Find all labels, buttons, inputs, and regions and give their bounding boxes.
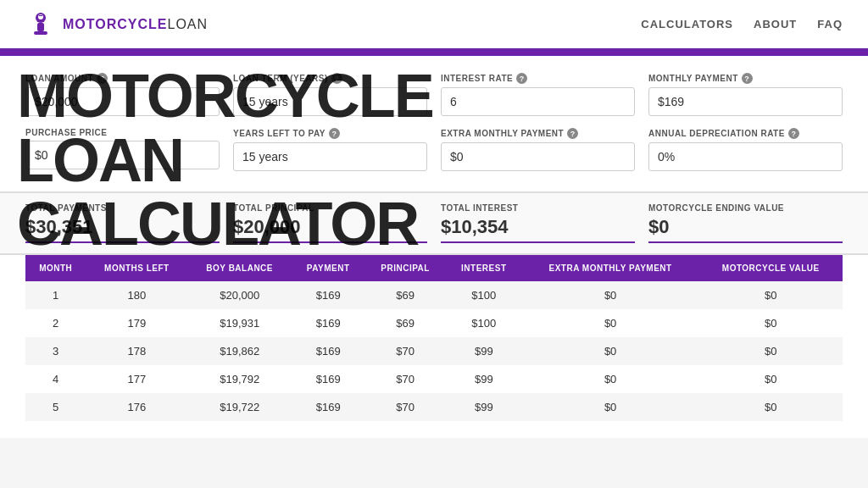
ending-value-result: MOTORCYCLE ENDING VALUE $0 [648, 203, 843, 243]
ending-value-value: $0 [648, 216, 843, 243]
annual-depreciation-group: ANNUAL DEPRECIATION RATE ? [648, 128, 843, 171]
loan-amount-label: LOAN AMOUNT ? [25, 73, 220, 84]
total-payments-label: TOTAL PAYMENTS [25, 203, 220, 213]
table-cell: $169 [292, 309, 364, 337]
total-principal-result: TOTAL PRINCIPAL $20,000 [233, 203, 427, 243]
header: MOTORCYCLELOAN CALCULATORS ABOUT FAQ [0, 0, 868, 51]
table-cell: 176 [86, 393, 187, 421]
table-cell: $69 [364, 309, 445, 337]
table-cell: $70 [364, 337, 445, 365]
table-cell: $19,792 [187, 365, 292, 393]
total-interest-label: TOTAL INTEREST [441, 203, 635, 213]
nav-calculators[interactable]: CALCULATORS [641, 18, 733, 30]
table-row: 2179$19,931$169$69$100$0$0 [25, 309, 843, 337]
loan-amount-help-icon[interactable]: ? [97, 73, 108, 84]
table-cell: $0 [698, 393, 843, 421]
amortization-table: MONTH MONTHS LEFT BOY BALANCE PAYMENT PR… [25, 255, 843, 421]
main-nav: CALCULATORS ABOUT FAQ [641, 18, 843, 30]
inputs-row-2: PURCHASE PRICE YEARS LEFT TO PAY ? EXTRA… [25, 128, 843, 171]
loan-amount-input[interactable] [25, 87, 220, 116]
table-cell: $0 [698, 309, 843, 337]
table-cell: $70 [364, 393, 445, 421]
interest-rate-help-icon[interactable]: ? [516, 73, 527, 84]
table-cell: 177 [86, 365, 187, 393]
table-cell: 1 [25, 281, 86, 309]
table-cell: $19,931 [187, 309, 292, 337]
years-left-label: YEARS LEFT TO PAY ? [233, 128, 427, 139]
loan-amount-group: LOAN AMOUNT ? [25, 73, 220, 116]
total-interest-result: TOTAL INTEREST $10,354 [441, 203, 635, 243]
loan-term-help-icon[interactable]: ? [331, 73, 342, 84]
purchase-price-input[interactable] [25, 141, 220, 169]
years-left-group: YEARS LEFT TO PAY ? [233, 128, 427, 171]
table-cell: $100 [446, 309, 522, 337]
nav-faq[interactable]: FAQ [817, 18, 843, 30]
monthly-payment-input[interactable] [648, 87, 843, 116]
logo: MOTORCYCLELOAN [25, 9, 208, 40]
table-cell: $99 [446, 337, 522, 365]
table-body: 1180$20,000$169$69$100$0$02179$19,931$16… [25, 281, 843, 421]
table-cell: 4 [25, 365, 86, 393]
loan-term-input[interactable] [233, 87, 427, 116]
table-cell: 178 [86, 337, 187, 365]
table-cell: $169 [292, 393, 364, 421]
table-cell: $100 [446, 281, 522, 309]
monthly-payment-label: MONTHLY PAYMENT ? [648, 73, 843, 84]
table-cell: $19,722 [187, 393, 292, 421]
total-payments-result: TOTAL PAYMENTS $30,351 [25, 203, 220, 243]
table-header: MONTH MONTHS LEFT BOY BALANCE PAYMENT PR… [25, 255, 843, 281]
loan-term-group: LOAN TERM (YEARS) ? [233, 73, 427, 116]
interest-rate-input[interactable] [441, 87, 635, 116]
col-payment: PAYMENT [292, 255, 364, 281]
extra-monthly-input[interactable] [441, 142, 635, 171]
table-cell: $0 [698, 365, 843, 393]
svg-rect-1 [37, 23, 44, 31]
annual-depreciation-label: ANNUAL DEPRECIATION RATE ? [648, 128, 843, 139]
total-interest-value: $10,354 [441, 216, 635, 243]
table-cell: $0 [522, 337, 699, 365]
col-interest: INTEREST [446, 255, 522, 281]
annual-depreciation-input[interactable] [648, 142, 843, 171]
table-cell: $169 [292, 337, 364, 365]
extra-monthly-help-icon[interactable]: ? [567, 128, 578, 139]
table-cell: $99 [446, 393, 522, 421]
table-cell: $69 [364, 281, 445, 309]
table-cell: $70 [364, 365, 445, 393]
col-extra-monthly: EXTRA MONTHLY PAYMENT [522, 255, 699, 281]
monthly-payment-group: MONTHLY PAYMENT ? [648, 73, 843, 116]
monthly-payment-help-icon[interactable]: ? [742, 73, 753, 84]
inputs-row-1: LOAN AMOUNT ? LOAN TERM (YEARS) ? INTERE… [25, 73, 843, 116]
table-cell: $0 [698, 337, 843, 365]
years-left-input[interactable] [233, 142, 427, 171]
extra-monthly-group: EXTRA MONTHLY PAYMENT ? [441, 128, 635, 171]
table-row: 4177$19,792$169$70$99$0$0 [25, 365, 843, 393]
interest-rate-group: INTEREST RATE ? [441, 73, 635, 116]
table-cell: $20,000 [187, 281, 292, 309]
table-cell: $0 [698, 281, 843, 309]
hero-section: MOTORCYCLELOANCALCULATOR LOAN AMOUNT ? L… [0, 56, 868, 193]
table-cell: 3 [25, 337, 86, 365]
table-row: 1180$20,000$169$69$100$0$0 [25, 281, 843, 309]
table-cell: $19,862 [187, 337, 292, 365]
annual-depreciation-help-icon[interactable]: ? [788, 128, 799, 139]
nav-about[interactable]: ABOUT [754, 18, 797, 30]
svg-rect-2 [34, 31, 47, 35]
loan-term-label: LOAN TERM (YEARS) ? [233, 73, 427, 84]
purchase-price-group: PURCHASE PRICE [25, 128, 220, 171]
table-cell: 180 [86, 281, 187, 309]
col-month: MONTH [25, 255, 86, 281]
years-left-help-icon[interactable]: ? [329, 128, 340, 139]
table-cell: 179 [86, 309, 187, 337]
table-cell: 2 [25, 309, 86, 337]
purchase-price-label: PURCHASE PRICE [25, 128, 220, 137]
table-cell: $0 [522, 365, 699, 393]
svg-rect-4 [39, 15, 42, 16]
total-principal-label: TOTAL PRINCIPAL [233, 203, 427, 213]
table-cell: $0 [522, 393, 699, 421]
table-cell: $0 [522, 309, 699, 337]
table-row: 5176$19,722$169$70$99$0$0 [25, 393, 843, 421]
total-payments-value: $30,351 [25, 216, 220, 243]
results-section: TOTAL PAYMENTS $30,351 TOTAL PRINCIPAL $… [0, 193, 868, 255]
ending-value-label: MOTORCYCLE ENDING VALUE [648, 203, 843, 213]
table-header-row: MONTH MONTHS LEFT BOY BALANCE PAYMENT PR… [25, 255, 843, 281]
